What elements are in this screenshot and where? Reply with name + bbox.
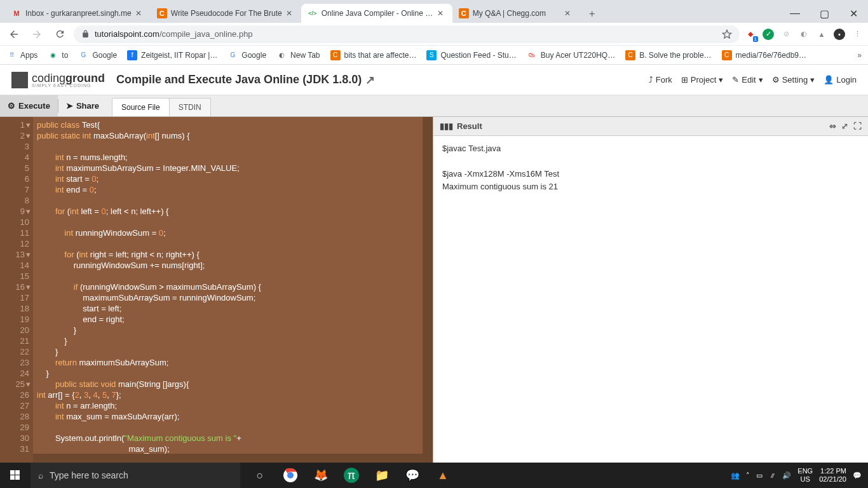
matlab-icon[interactable]: ▲: [428, 463, 458, 488]
login-button[interactable]: 👤Login: [824, 75, 857, 85]
ext-icon[interactable]: ⊘: [780, 29, 792, 40]
bookmarks-overflow[interactable]: »: [857, 51, 862, 60]
setting-button[interactable]: ⚙Setting▾: [772, 75, 815, 85]
battery-icon[interactable]: ▭: [756, 471, 763, 480]
minimize-button[interactable]: —: [780, 4, 810, 23]
chrome-icon: ◐: [276, 50, 287, 60]
window-controls: — ▢ ✕: [780, 4, 868, 23]
close-icon[interactable]: ✕: [286, 9, 295, 18]
bookmark-item[interactable]: Cbits that are affecte…: [330, 50, 417, 60]
bookmark-item[interactable]: GGoogle: [78, 50, 117, 60]
reload-button[interactable]: [51, 25, 69, 43]
search-icon: ⌕: [38, 470, 43, 480]
bm-label: bits that are affecte…: [344, 51, 417, 60]
avatar-icon[interactable]: •: [834, 29, 845, 40]
taskbar-apps: ○ 🦊 π 📁 💬 ▲: [245, 463, 458, 488]
bm-label: media/76e/76edb9…: [736, 51, 806, 60]
language-indicator[interactable]: ENGUS: [797, 467, 813, 484]
project-icon: ⊞: [681, 75, 688, 85]
chrome-icon[interactable]: [276, 463, 305, 488]
ext-icon[interactable]: ▲: [816, 29, 827, 40]
notifications-icon[interactable]: 💬: [853, 471, 862, 480]
result-pane: ▮▮▮ Result ⇔ ⤢ ⛶ $javac Test.java $java …: [433, 117, 868, 463]
header-actions: ⤴Fork ⊞Project▾ ✎Edit▾ ⚙Setting▾ 👤Login: [649, 75, 857, 85]
expand-icon[interactable]: ⤢: [841, 121, 848, 131]
close-icon[interactable]: ✕: [564, 9, 573, 18]
tab-java-compiler[interactable]: </> Online Java Compiler - Online Ja ✕: [301, 4, 452, 23]
fullscreen-icon[interactable]: ⛶: [853, 121, 862, 131]
editor-toolbar: ⚙Execute ➤Share Source File STDIN: [0, 95, 868, 117]
bm-label: Question Feed - Stu…: [440, 51, 516, 60]
bm-label: B. Solve the proble…: [639, 51, 711, 60]
maximize-button[interactable]: ▢: [810, 4, 839, 23]
tab-inbox[interactable]: M Inbox - gurkaranpreet.singh.me ✕: [5, 4, 151, 23]
wifi-icon[interactable]: ⫽: [769, 471, 776, 479]
main-split: 1▾2▾3456789▾10111213▾141516▾171819202122…: [0, 117, 868, 463]
ext-icon[interactable]: ◆1: [745, 29, 756, 40]
edit-icon[interactable]: ↗: [365, 73, 375, 87]
ext-icon[interactable]: ✓: [763, 29, 774, 40]
volume-icon[interactable]: 🔊: [782, 471, 791, 480]
expand-icon[interactable]: ⇔: [829, 121, 836, 131]
project-button[interactable]: ⊞Project▾: [681, 75, 723, 85]
chevron-down-icon: ▾: [810, 75, 815, 85]
page-title: Compile and Execute Java Online (JDK 1.8…: [116, 73, 375, 87]
clock[interactable]: 1:22 PM02/21/20: [819, 467, 846, 484]
bookmark-item[interactable]: fZeitgeist, IIT Ropar |…: [127, 50, 217, 60]
execute-button[interactable]: ⚙Execute: [0, 95, 58, 116]
explorer-icon[interactable]: 📁: [367, 463, 397, 488]
menu-icon[interactable]: ⋮: [851, 29, 863, 40]
tray-chevron-icon[interactable]: ˄: [746, 471, 750, 480]
result-output[interactable]: $javac Test.java $java -Xmx128M -Xms16M …: [433, 136, 868, 463]
svg-rect-3: [15, 475, 20, 480]
search-placeholder: Type here to search: [50, 470, 128, 480]
people-icon[interactable]: 👥: [731, 471, 740, 480]
share-button[interactable]: ➤Share: [58, 95, 107, 116]
tab-label: Write Pseudocode For The Brute: [171, 9, 282, 18]
apps-button[interactable]: ⠿Apps: [6, 50, 37, 60]
logo-icon: [11, 72, 28, 88]
bookmark-item[interactable]: Cmedia/76e/76edb9…: [722, 50, 806, 60]
bm-label: Zeitgeist, IIT Ropar |…: [141, 51, 217, 60]
taskbar-search[interactable]: ⌕ Type here to search: [31, 463, 240, 488]
tab-source-file[interactable]: Source File: [112, 98, 170, 116]
bookmark-item[interactable]: 🛍Buy Acer UT220HQ…: [527, 50, 615, 60]
ext-icon[interactable]: ◐: [798, 29, 810, 40]
fork-button[interactable]: ⤴Fork: [649, 75, 672, 85]
bookmark-item[interactable]: GGoogle: [227, 50, 266, 60]
firefox-icon[interactable]: 🦊: [306, 463, 336, 488]
bookmark-item[interactable]: ◉to: [48, 50, 68, 60]
logo[interactable]: codingground SIMPLY EASY CODING: [11, 72, 105, 88]
bm-label: Buy Acer UT220HQ…: [541, 51, 615, 60]
vertical-scrollbar[interactable]: [423, 117, 433, 463]
start-button[interactable]: [0, 463, 31, 488]
tab-chegg1[interactable]: C Write Pseudocode For The Brute ✕: [151, 4, 301, 23]
bookmark-star-icon[interactable]: [722, 29, 732, 39]
bookmark-item[interactable]: CB. Solve the proble…: [625, 50, 711, 60]
close-icon[interactable]: ✕: [437, 9, 446, 18]
share-icon: ➤: [66, 101, 73, 111]
bookmarks-bar: ⠿Apps ◉to GGoogle fZeitgeist, IIT Ropar …: [0, 46, 868, 65]
chegg-icon: C: [330, 50, 341, 60]
close-icon[interactable]: ✕: [135, 9, 144, 18]
system-tray: 👥 ˄ ▭ ⫽ 🔊 ENGUS 1:22 PM02/21/20 💬: [724, 467, 868, 484]
horizontal-scrollbar[interactable]: [33, 454, 423, 463]
cortana-icon[interactable]: ○: [245, 463, 275, 488]
url-input[interactable]: tutorialspoint.com/compile_java_online.p…: [74, 25, 740, 43]
close-window-button[interactable]: ✕: [839, 4, 868, 23]
tab-chegg2[interactable]: C My Q&A | Chegg.com ✕: [452, 4, 580, 23]
code-content[interactable]: public class Test{ public static int max…: [33, 117, 433, 463]
tab-stdin[interactable]: STDIN: [169, 98, 211, 116]
browser-tabs: M Inbox - gurkaranpreet.singh.me ✕ C Wri…: [0, 0, 601, 23]
forward-button[interactable]: [28, 25, 46, 43]
edit-button[interactable]: ✎Edit▾: [732, 75, 763, 85]
new-tab-button[interactable]: +: [583, 5, 601, 23]
code-editor[interactable]: 1▾2▾3456789▾10111213▾141516▾171819202122…: [0, 117, 433, 463]
pi-icon[interactable]: π: [337, 463, 366, 488]
result-title: Result: [457, 121, 482, 131]
bookmark-item[interactable]: SQuestion Feed - Stu…: [426, 50, 516, 60]
pencil-icon: ✎: [732, 75, 739, 85]
whatsapp-icon[interactable]: 💬: [398, 463, 427, 488]
back-button[interactable]: [5, 25, 23, 43]
bookmark-item[interactable]: ◐New Tab: [276, 50, 320, 60]
